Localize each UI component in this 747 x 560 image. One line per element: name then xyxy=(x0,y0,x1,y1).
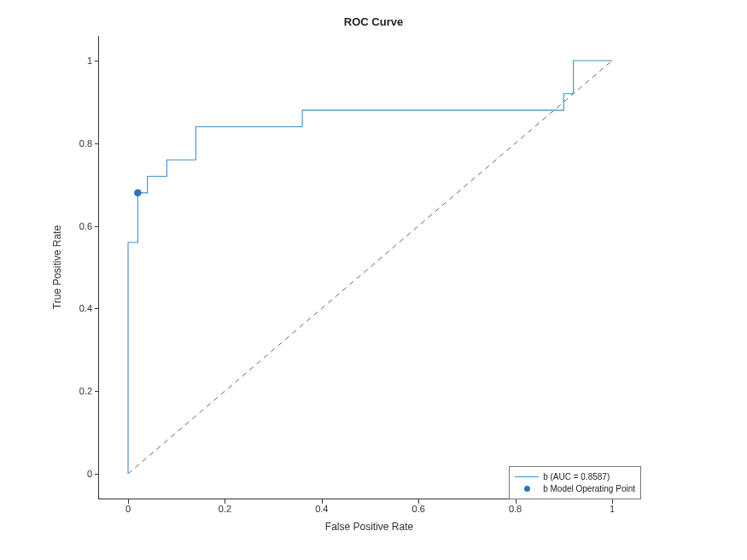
x-tick-label: 0.2 xyxy=(219,504,231,514)
plot-area: b (AUC = 0.8587) b Model Operating Point… xyxy=(98,36,641,499)
legend-entry-line: b (AUC = 0.8587) xyxy=(515,470,635,482)
operating-point-marker xyxy=(135,190,142,196)
y-axis-label: True Positive Rate xyxy=(51,36,63,499)
diagonal-reference-line xyxy=(128,61,612,474)
y-tick-label: 0.2 xyxy=(67,386,92,396)
x-tick-label: 0.4 xyxy=(315,504,328,514)
x-tick-label: 0.8 xyxy=(509,504,522,514)
x-axis-label: False Positive Rate xyxy=(98,521,640,533)
legend-entry-point: b Model Operating Point xyxy=(515,482,635,494)
legend-point-swatch xyxy=(515,482,539,494)
legend-point-label: b Model Operating Point xyxy=(543,484,635,493)
legend-line-swatch xyxy=(515,470,539,482)
y-tick-label: 0.4 xyxy=(67,303,92,313)
roc-chart: ROC Curve b (AUC = 0.8587) b Model Opera… xyxy=(0,0,747,560)
legend-line-label: b (AUC = 0.8587) xyxy=(543,472,610,481)
x-tick-label: 0 xyxy=(125,504,131,514)
y-tick-label: 0 xyxy=(67,469,92,479)
y-tick-mark xyxy=(95,391,99,392)
y-tick-label: 1 xyxy=(67,55,92,66)
x-tick-label: 1 xyxy=(610,504,615,514)
y-tick-mark xyxy=(95,308,99,309)
y-tick-mark xyxy=(95,61,99,61)
plot-svg xyxy=(99,36,641,499)
y-tick-label: 0.8 xyxy=(67,138,92,149)
legend: b (AUC = 0.8587) b Model Operating Point xyxy=(509,466,641,499)
y-tick-mark xyxy=(95,474,99,475)
chart-title: ROC Curve xyxy=(0,15,747,28)
y-tick-label: 0.6 xyxy=(67,221,92,231)
x-tick-label: 0.6 xyxy=(412,504,425,514)
y-tick-mark xyxy=(95,226,99,227)
y-tick-mark xyxy=(95,143,99,144)
